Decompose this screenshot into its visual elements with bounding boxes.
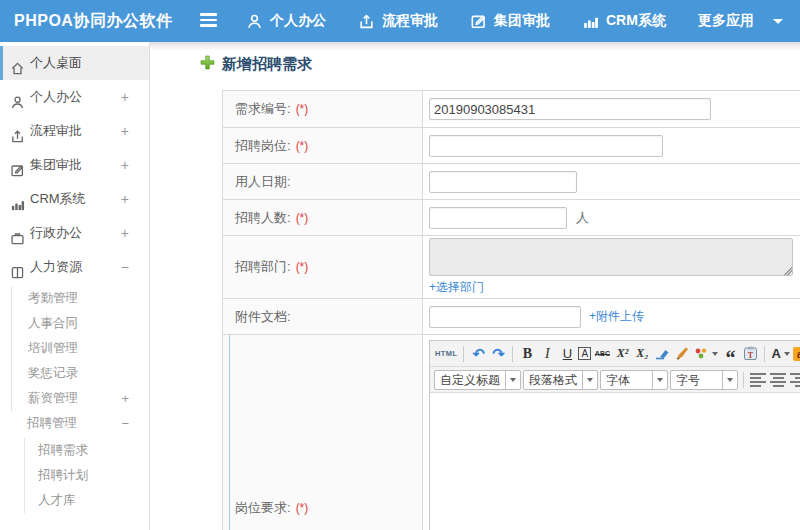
sidebar: 个人桌面 个人办公 + 流程审批 + 集团审批 + CRM系统 + 行政办公 + [0,42,150,530]
topbar: PHPOA协同办公软件 个人办公 流程审批 集团审批 CRM系统 [0,0,800,42]
required-mark: (*) [296,211,309,225]
collapse-minus-icon[interactable]: − [121,250,129,284]
hire-date-input[interactable] [429,171,577,193]
field-label: 招聘部门: [235,258,291,276]
align-center-icon[interactable] [769,371,787,389]
page-title-row: 新增招聘需求 [200,55,312,74]
underline-button[interactable]: U [558,345,576,363]
sidebar-item-rewards[interactable]: 奖惩记录 [12,361,149,386]
font-size-dropdown[interactable]: 字号 [670,370,738,390]
field-label: 附件文档: [235,308,291,326]
unit-suffix: 人 [576,209,589,227]
heading-dropdown[interactable]: 自定义标题 [434,370,521,390]
main-content: 新增招聘需求 需求编号: (*) 招聘岗位: (*) 用人日期: [150,42,800,530]
caret-down-icon [712,352,718,356]
eraser-icon[interactable] [653,345,671,363]
strikethrough-button[interactable]: ABC [593,345,611,363]
html-source-button[interactable]: HTML [434,345,458,363]
sidebar-item-human-resources[interactable]: 人力资源 − [0,250,149,284]
recruitment-form: 需求编号: (*) 招聘岗位: (*) 用人日期: [222,90,800,530]
dropdown-value: 字号 [671,371,705,389]
font-family-dropdown[interactable]: 字体 [600,370,668,390]
subscript-button[interactable]: X₂ [633,345,651,363]
nav-flow-approval[interactable]: 流程审批 [358,12,438,30]
font-border-button[interactable]: A [578,347,591,360]
sidebar-item-label: 个人桌面 [30,55,82,70]
sidebar-item-label: 行政办公 [30,225,82,240]
blockquote-button[interactable]: “ [721,345,739,363]
expand-plus-icon[interactable]: + [121,148,129,182]
sidebar-item-crm[interactable]: CRM系统 + [0,182,149,216]
expand-plus-icon[interactable]: + [121,114,129,148]
align-right-icon[interactable] [789,371,800,389]
format-painter-icon[interactable] [673,345,691,363]
sidebar-item-personal-office[interactable]: 个人办公 + [0,80,149,114]
divider [463,346,464,362]
collapse-minus-icon[interactable]: − [121,411,129,436]
position-input[interactable] [429,135,663,157]
divider [764,346,765,362]
editor-content[interactable] [430,393,800,530]
nav-label: 更多应用 [698,12,754,30]
dropdown-value: 自定义标题 [435,371,505,389]
paragraph-format-dropdown[interactable]: 段落格式 [523,370,598,390]
sidebar-item-flow-approval[interactable]: 流程审批 + [0,114,149,148]
sidebar-item-admin-office[interactable]: 行政办公 + [0,216,149,250]
sidebar-item-recruitment-mgmt[interactable]: 招聘管理 − [0,411,149,436]
sidebar-item-recruit-plan[interactable]: 招聘计划 [25,463,149,488]
caret-down-icon [587,378,593,382]
flow-approve-icon [358,13,375,30]
align-left-icon[interactable] [749,371,767,389]
select-department-link[interactable]: +选择部门 [429,279,484,296]
department-textarea[interactable] [429,238,793,276]
sidebar-item-label: 个人办公 [30,89,82,104]
nav-personal-office[interactable]: 个人办公 [246,12,326,30]
redo-button[interactable]: ↷ [489,345,507,363]
form-row-department: 招聘部门: (*) +选择部门 [223,235,800,298]
divider [743,372,744,388]
form-row-hire-date: 用人日期: [223,163,800,199]
superscript-button[interactable]: X² [613,345,631,363]
sidebar-item-label: 集团审批 [30,157,82,172]
expand-plus-icon[interactable]: + [121,182,129,216]
font-color-button[interactable]: A [770,345,790,363]
sidebar-item-label: 培训管理 [28,341,78,355]
sidebar-item-hr-contract[interactable]: 人事合同 [12,311,149,336]
paste-text-icon[interactable]: T [741,345,759,363]
form-row-requirements: 岗位要求: (*) HTML ↶ ↷ B I U A ABC [223,334,800,530]
attachment-upload-link[interactable]: +附件上传 [589,308,644,325]
nav-more-apps[interactable]: 更多应用 [698,12,783,30]
sidebar-item-talent-pool[interactable]: 人才库 [25,488,149,513]
sidebar-item-desktop[interactable]: 个人桌面 [0,46,149,80]
page-title: 新增招聘需求 [222,55,312,74]
undo-button[interactable]: ↶ [469,345,487,363]
sidebar-item-label: 人力资源 [30,259,82,274]
required-mark: (*) [296,102,309,116]
dropdown-value: 字体 [601,371,635,389]
attachment-input[interactable] [429,306,581,328]
sidebar-item-training[interactable]: 培训管理 [12,336,149,361]
recruitment-submenu: 招聘需求 招聘计划 人才库 [24,438,149,513]
svg-text:T: T [748,351,754,360]
sidebar-item-label: 招聘需求 [38,443,88,457]
highlight-color-button[interactable]: a [793,347,800,361]
bold-button[interactable]: B [518,345,536,363]
expand-plus-icon[interactable]: + [121,80,129,114]
expand-plus-icon[interactable]: + [121,216,129,250]
expand-plus-icon[interactable]: + [121,386,129,411]
italic-button[interactable]: I [538,345,556,363]
sidebar-item-salary[interactable]: 薪资管理+ [12,386,149,411]
sidebar-item-recruit-demand[interactable]: 招聘需求 [25,438,149,463]
nav-group-approval[interactable]: 集团审批 [470,12,550,30]
headcount-input[interactable] [429,207,567,229]
sidebar-item-group-approval[interactable]: 集团审批 + [0,148,149,182]
color-palette-icon[interactable] [693,345,719,363]
sidebar-item-attendance[interactable]: 考勤管理 [12,286,149,311]
nav-crm-system[interactable]: CRM系统 [582,12,666,30]
demand-no-input[interactable] [429,98,711,120]
form-row-position: 招聘岗位: (*) [223,127,800,163]
add-icon [200,55,215,74]
menu-icon[interactable] [200,13,218,29]
caret-down-icon [773,19,783,24]
bar-chart-icon [582,13,599,30]
